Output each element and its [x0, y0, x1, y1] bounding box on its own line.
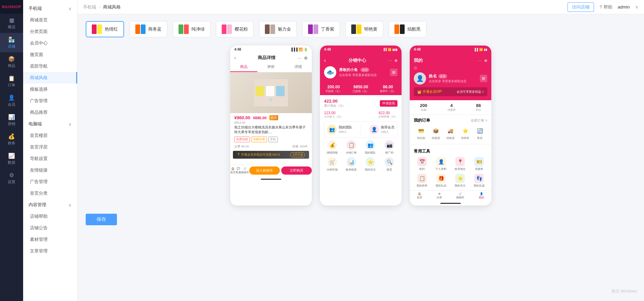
dist-grid-item-0[interactable]: 💰 佣现明细	[324, 140, 340, 155]
sidebar-item-data[interactable]: 📈 数据	[0, 149, 23, 169]
my-orders-all[interactable]: 全部订单 >	[471, 118, 487, 123]
sec-item-pc-nav[interactable]: 导航设置	[23, 153, 77, 164]
dist-grid-item-6[interactable]: ⭐ 我的关注	[362, 157, 378, 172]
my-tool-profile[interactable]: 👤 个人资料	[433, 157, 449, 171]
theme-card-black[interactable]: 炫酷黑	[389, 21, 426, 37]
sidebar-item-settings[interactable]: ⚙ 设置	[0, 169, 23, 188]
sec-item-pc-ad[interactable]: 广告管理	[23, 176, 77, 188]
theme-card-gold[interactable]: 魅力金	[259, 21, 297, 37]
member-icon: 👤	[8, 94, 15, 101]
my-settings-icon[interactable]: ⊕	[484, 58, 487, 63]
sidebar-item-finance[interactable]: 💰 财务	[0, 130, 23, 149]
sec-item-article[interactable]: 文章管理	[23, 245, 77, 257]
sec-item-home[interactable]: 商城首页	[23, 14, 77, 26]
sec-item-store-style[interactable]: 商城风格	[23, 72, 77, 84]
sidebar-item-store[interactable]: 🏪 店铺	[0, 33, 23, 52]
my-nav-cart[interactable]: 🛒 购物车	[456, 192, 464, 199]
my-tool-group-buy[interactable]: 📋 我的拼单	[414, 174, 430, 188]
my-order-pending-review[interactable]: ⭐ 待评价	[460, 126, 470, 140]
sec-item-category[interactable]: 分类页面	[23, 26, 77, 37]
sec-item-material[interactable]: 素材管理	[23, 234, 77, 245]
sec-item-store-notice[interactable]: 店铺公告	[23, 222, 77, 234]
sec-item-micro-page[interactable]: 微页面	[23, 49, 77, 60]
sec-item-pc-home-tower[interactable]: 首页楼层	[23, 130, 77, 141]
my-qr-icon[interactable]: ⊞	[480, 75, 487, 82]
sales-text: 销量 400件	[292, 144, 308, 149]
my-tool-address[interactable]: 📍 收货地址	[452, 157, 468, 171]
pd-price-row: ¥960.00 ¥886.00 会员	[230, 113, 312, 121]
my-nav-home[interactable]: 🏠 首页	[417, 192, 422, 199]
dist-grid-item-1[interactable]: 📋 分销订单	[343, 140, 359, 155]
more-icon[interactable]: ···	[298, 55, 301, 60]
mobile-group-title[interactable]: 手机端 ∨	[23, 3, 77, 14]
pd-tab-product[interactable]: 商品	[230, 62, 257, 72]
theme-card-yellow[interactable]: 明艳黄	[345, 21, 383, 37]
dist-more-icon[interactable]: ···	[389, 58, 392, 63]
sec-item-pc-home-float[interactable]: 首页浮层	[23, 141, 77, 153]
sec-item-member-center[interactable]: 会员中心	[23, 37, 77, 49]
my-nav-mine[interactable]: 👤 我的	[479, 192, 484, 199]
dist-grid-item-4[interactable]: 🛒 分销市场	[324, 157, 340, 172]
vip-promo[interactable]: 👑 开通会员VIP 会员可享更多权益 >	[414, 87, 487, 96]
sidebar-item-marketing[interactable]: 📊 营销	[0, 110, 23, 130]
sec-item-bottom-nav[interactable]: 底部导航	[23, 60, 77, 72]
sec-item-ad-manage[interactable]: 广告管理	[23, 95, 77, 107]
dist-back-icon[interactable]: ‹	[324, 57, 326, 64]
sec-item-template[interactable]: 模板选择	[23, 84, 77, 95]
my-order-pending-pay[interactable]: 💳 待付款	[417, 126, 426, 140]
my-order-after-sales[interactable]: 🔄 售后	[475, 126, 485, 140]
sec-item-store-help[interactable]: 店铺帮助	[23, 211, 77, 222]
sec-item-store-recommend[interactable]: 商品推荐	[23, 107, 77, 118]
pd-nav-home[interactable]: 🏠 首页	[230, 167, 236, 174]
vip-open-btn[interactable]: 立即开通	[290, 152, 305, 157]
my-order-pending-ship[interactable]: 📦 待发货	[431, 126, 441, 140]
add-to-cart-button[interactable]: 加入购物车	[249, 166, 280, 175]
pd-tab-detail[interactable]: 详情	[285, 62, 312, 72]
my-tool-follow[interactable]: ⭐ 我的关注	[452, 174, 468, 188]
vip-rights-btn[interactable]: 会员可享更多权益 >	[457, 90, 484, 94]
theme-swatches-green	[179, 24, 189, 34]
theme-card-green[interactable]: 纯净绿	[173, 21, 210, 37]
my-tool-footprint[interactable]: 👣 我的足迹	[471, 174, 487, 188]
my-order-pending-receive[interactable]: 🚚 待收货	[446, 126, 455, 140]
pd-tab-review[interactable]: 评价	[257, 62, 285, 72]
share-icon[interactable]: ⊕	[304, 55, 308, 60]
withdraw-button[interactable]: 申请提现	[380, 100, 397, 107]
visit-store-button[interactable]: 访问店铺	[567, 2, 594, 12]
dist-grid-item-2[interactable]: 👥 我的团队	[362, 140, 378, 155]
sidebar-item-product[interactable]: 📦 商品	[0, 52, 23, 72]
pd-nav-cart[interactable]: 🛒 购物车	[241, 167, 249, 174]
theme-card-red[interactable]: 热情红	[86, 21, 124, 37]
sidebar-item-order[interactable]: 📋 订单	[0, 72, 23, 91]
pc-group-title[interactable]: 电脑端 ∨	[23, 118, 77, 130]
back-arrow[interactable]: ‹	[234, 55, 236, 60]
sec-item-pc-home-category[interactable]: 首页分类	[23, 188, 77, 199]
my-nav-category[interactable]: ⊞ 分类	[437, 192, 442, 199]
my-orders-icons: 💳 待付款 📦 待发货 🚚 待收货	[414, 126, 487, 140]
help-link[interactable]: ? 帮助	[599, 4, 612, 10]
content-group-title[interactable]: 内容管理 ∨	[23, 199, 77, 211]
dist-team-row: 👥 我的团队 309人 👤 推荐会员	[324, 121, 397, 138]
dist-settings-icon[interactable]: ⊕	[394, 58, 397, 63]
theme-card-blue[interactable]: 商务蓝	[130, 21, 167, 37]
dist-qr-icon[interactable]: ⊞	[390, 69, 397, 76]
my-tool-signin[interactable]: 📅 签到	[414, 157, 430, 171]
my-more-icon[interactable]: ···	[478, 58, 481, 63]
theme-card-pink[interactable]: 樱花粉	[216, 21, 254, 37]
my-tool-gift[interactable]: 🎁 我的礼品	[433, 174, 449, 188]
save-button[interactable]: 保存	[86, 214, 117, 225]
statusbar-icons-3: ▐▐ 📶 ▮▮	[474, 48, 487, 51]
pd-nav-service[interactable]: 💬 客服	[236, 167, 241, 174]
dist-grid-item-5[interactable]: 📊 账单报表	[343, 157, 359, 172]
dist-grid-item-7[interactable]: 🔍 搜觅	[381, 157, 397, 172]
dist-grid-item-3[interactable]: 📷 推广码	[381, 140, 397, 155]
grid-icon-1: 📋	[346, 140, 356, 150]
sec-item-pc-friend-link[interactable]: 友情链接	[23, 164, 77, 176]
sidebar-item-overview[interactable]: ▦ 概况	[0, 14, 23, 33]
vip-bar[interactable]: 🎖 开通会员本商品可优惠 ¥20.5 立即开通	[233, 151, 309, 159]
pd-bottom-nav: 🏠 首页 💬 客服 🛒 购物车 加入购物车	[230, 164, 312, 177]
buy-now-button[interactable]: 立即购买	[281, 166, 312, 175]
theme-card-purple[interactable]: 丁香紫	[302, 21, 340, 37]
sidebar-item-member[interactable]: 👤 会员	[0, 91, 23, 110]
my-tool-coupon[interactable]: 🎫 优惠券	[471, 157, 487, 171]
